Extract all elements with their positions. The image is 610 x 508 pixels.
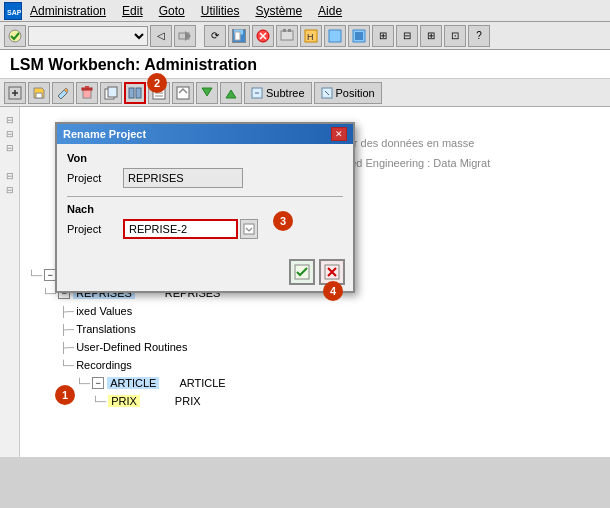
toolbar-fwd[interactable]: [174, 25, 196, 47]
toolbar-back[interactable]: ◁: [150, 25, 172, 47]
tree-value-prix: PRIX: [175, 395, 201, 407]
dialog-to-input[interactable]: [123, 219, 238, 239]
tree-label-trans: Translations: [76, 323, 136, 335]
svg-rect-8: [281, 31, 293, 40]
toolbar-icon10[interactable]: ⊡: [444, 25, 466, 47]
svg-text:H: H: [307, 32, 314, 42]
svg-rect-13: [329, 30, 341, 42]
menu-systeme[interactable]: Système: [247, 2, 310, 20]
toolbar-icon4[interactable]: H: [300, 25, 322, 47]
dialog-title: Rename Project: [63, 128, 146, 140]
toolbar-check[interactable]: [4, 25, 26, 47]
tree-sidebar: ⊟ ⊟ ⊟ ⊟ ⊟: [0, 107, 20, 457]
dialog-separator: [67, 196, 343, 197]
toolbar-refresh[interactable]: ⟳: [204, 25, 226, 47]
toolbar-icon7[interactable]: ⊞: [372, 25, 394, 47]
app-other3-btn[interactable]: [220, 82, 242, 104]
menu-administration[interactable]: Administration: [22, 2, 114, 20]
toolbar-icon11[interactable]: ?: [468, 25, 490, 47]
subtree-label: Subtree: [266, 87, 305, 99]
menu-aide[interactable]: Aide: [310, 2, 350, 20]
toolbar-icon5[interactable]: [324, 25, 346, 47]
app-toolbar: Subtree Position 2: [0, 79, 610, 107]
app-save-btn[interactable]: [28, 82, 50, 104]
dialog-titlebar: Rename Project ✕: [57, 124, 353, 144]
dialog-confirm-btn[interactable]: [289, 259, 315, 285]
tree-label-fixed: ixed Values: [76, 305, 132, 317]
rename-dialog: Rename Project ✕ Von Project Nach Projec…: [55, 122, 355, 293]
dialog-to-section: Nach: [67, 203, 343, 215]
toolbar-icon8[interactable]: ⊟: [396, 25, 418, 47]
dialog-to-row: Project 3: [67, 219, 343, 239]
svg-rect-9: [283, 29, 286, 32]
app-subtree-btn[interactable]: Subtree: [244, 82, 312, 104]
menu-bar: SAP Administration Edit Goto Utilities S…: [0, 0, 610, 22]
app-display-all-btn[interactable]: [124, 82, 146, 104]
dialog-from-input[interactable]: [123, 168, 243, 188]
svg-rect-6: [235, 32, 240, 40]
annotation-2: 2: [147, 73, 167, 93]
tree-row-article: └─ − ARTICLE ARTICLE: [28, 374, 602, 392]
app-copy-btn[interactable]: [100, 82, 122, 104]
toolbar-icon3[interactable]: [276, 25, 298, 47]
toolbar-icon6[interactable]: [348, 25, 370, 47]
command-input[interactable]: [28, 26, 148, 46]
annotation-4: 4: [323, 281, 343, 301]
app-position-btn[interactable]: Position: [314, 82, 382, 104]
tree-row-prix: └─ PRIX PRIX: [28, 392, 602, 410]
dialog-body: Von Project Nach Project 3: [57, 144, 353, 255]
tree-row-recordings: └─ Recordings: [28, 356, 602, 374]
tree-label-recordings: Recordings: [76, 359, 132, 371]
dialog-from-row: Project: [67, 168, 343, 188]
menu-goto[interactable]: Goto: [151, 2, 193, 20]
annotation-1: 1: [55, 385, 75, 405]
tree-value-article: ARTICLE: [179, 377, 225, 389]
toolbar-save-disk[interactable]: [228, 25, 250, 47]
tree-label-routines: User-Defined Routines: [76, 341, 187, 353]
toolbar-icon9[interactable]: ⊞: [420, 25, 442, 47]
svg-rect-22: [108, 87, 117, 97]
annotation-3: 3: [273, 211, 293, 231]
dialog-to-label: Project: [67, 223, 117, 235]
app-delete-btn[interactable]: [76, 82, 98, 104]
svg-rect-23: [129, 88, 134, 98]
svg-point-2: [9, 30, 21, 42]
svg-rect-10: [288, 29, 291, 32]
svg-rect-17: [36, 93, 42, 98]
tree-label-article: ARTICLE: [107, 377, 159, 389]
svg-rect-31: [244, 224, 254, 234]
tree-row-trans: ├─ Translations: [28, 320, 602, 338]
app-edit-btn[interactable]: [52, 82, 74, 104]
svg-text:SAP: SAP: [7, 9, 21, 16]
svg-rect-20: [85, 86, 89, 88]
app-other1-btn[interactable]: [172, 82, 194, 104]
position-label: Position: [336, 87, 375, 99]
content-area: ⊟ ⊟ ⊟ ⊟ ⊟ └─ − Production Project Autome…: [0, 107, 610, 457]
dialog-footer: 4: [57, 255, 353, 291]
tree-row-routines: ├─ User-Defined Routines: [28, 338, 602, 356]
tree-expand-article[interactable]: −: [92, 377, 104, 389]
dialog-from-section: Von: [67, 152, 343, 164]
svg-rect-24: [136, 88, 141, 98]
tree-row-fixed: ├─ ixed Values: [28, 302, 602, 320]
toolbar-cancel-red[interactable]: [252, 25, 274, 47]
dialog-close-btn[interactable]: ✕: [331, 127, 347, 141]
svg-rect-15: [355, 32, 363, 40]
svg-rect-19: [82, 88, 92, 90]
system-toolbar: ◁ ⟳ H ⊞ ⊟ ⊞ ⊡ ?: [0, 22, 610, 50]
dialog-to-picker-btn[interactable]: [240, 219, 258, 239]
menu-utilities[interactable]: Utilities: [193, 2, 248, 20]
tree-label-prix: PRIX: [108, 395, 140, 407]
sap-logo: SAP: [4, 2, 22, 20]
dialog-from-label: Project: [67, 172, 117, 184]
menu-edit[interactable]: Edit: [114, 2, 151, 20]
page-title: LSM Workbench: Administration: [0, 50, 610, 79]
app-new-btn[interactable]: [4, 82, 26, 104]
app-other2-btn[interactable]: [196, 82, 218, 104]
